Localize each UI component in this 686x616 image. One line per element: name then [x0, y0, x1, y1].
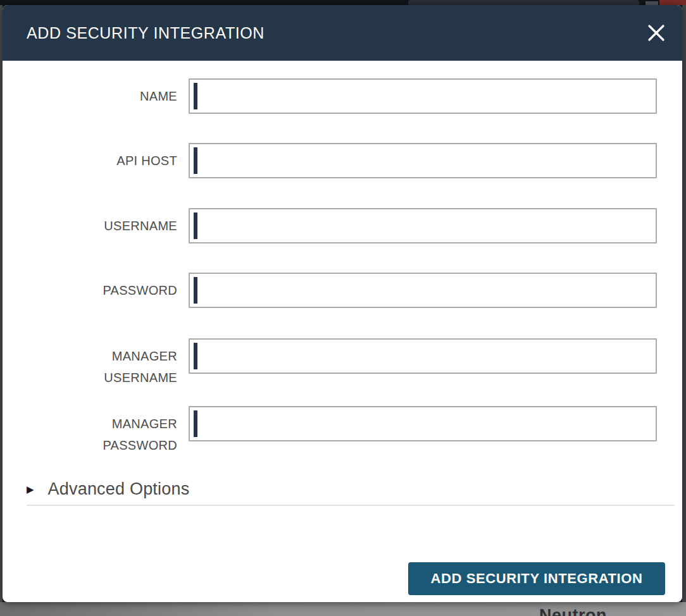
- form-row-username: USERNAME: [3, 208, 682, 243]
- add-security-integration-dialog: ADD SECURITY INTEGRATION NAME API HOST U…: [3, 5, 682, 602]
- manager-username-input-wrap: [189, 338, 657, 374]
- username-label: USERNAME: [3, 208, 189, 237]
- advanced-options-label: Advanced Options: [48, 479, 190, 499]
- password-input[interactable]: [189, 273, 657, 308]
- form-row-name: NAME: [3, 78, 682, 114]
- advanced-options-toggle[interactable]: ▶ Advanced Options: [27, 477, 189, 500]
- manager-username-input[interactable]: [189, 338, 657, 374]
- manager-password-label: MANAGER PASSWORD: [3, 406, 189, 456]
- add-security-integration-button[interactable]: ADD SECURITY INTEGRATION: [408, 562, 665, 595]
- name-input-wrap: [189, 78, 657, 114]
- background-page-strip: Neutron: [0, 602, 686, 616]
- name-label: NAME: [3, 78, 189, 107]
- password-label: PASSWORD: [3, 273, 189, 301]
- caret-right-icon: ▶: [27, 484, 34, 494]
- background-right-edge: [682, 5, 686, 602]
- form-row-password: PASSWORD: [3, 273, 682, 308]
- background-partial-text: Neutron: [539, 606, 607, 616]
- username-input-wrap: [189, 208, 657, 243]
- form-row-manager-password: MANAGER PASSWORD: [3, 406, 682, 441]
- form-row-manager-username: MANAGER USERNAME: [3, 338, 682, 374]
- close-icon: [647, 23, 666, 42]
- manager-password-input[interactable]: [189, 406, 657, 441]
- form-row-api-host: API HOST: [3, 143, 682, 178]
- background-window-remnant: [408, 0, 639, 5]
- background-red-remnant: [659, 0, 686, 5]
- name-input[interactable]: [189, 78, 657, 114]
- close-button[interactable]: [644, 21, 668, 45]
- manager-password-input-wrap: [189, 406, 657, 441]
- api-host-input[interactable]: [189, 143, 657, 178]
- password-input-wrap: [189, 273, 657, 308]
- api-host-input-wrap: [189, 143, 657, 178]
- dialog-title: ADD SECURITY INTEGRATION: [27, 24, 265, 42]
- dialog-header: ADD SECURITY INTEGRATION: [3, 5, 682, 61]
- username-input[interactable]: [189, 208, 657, 243]
- manager-username-label: MANAGER USERNAME: [3, 338, 189, 388]
- section-divider: [27, 505, 675, 506]
- api-host-label: API HOST: [3, 143, 189, 171]
